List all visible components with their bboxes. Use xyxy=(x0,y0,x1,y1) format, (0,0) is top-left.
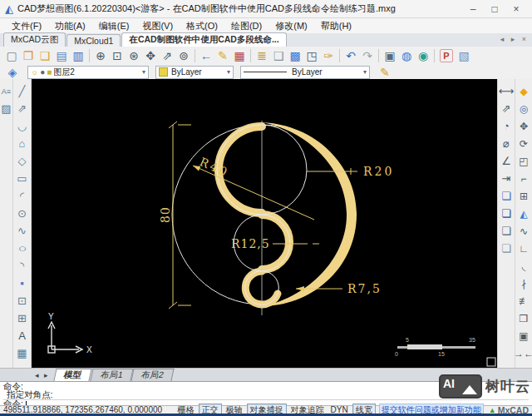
ellipse-icon[interactable]: ○ xyxy=(11,240,33,256)
open-folder-icon[interactable]: ❏ xyxy=(37,47,53,64)
layout-tab-1[interactable]: 布局1 xyxy=(90,369,133,381)
mtext-icon[interactable]: A≡ xyxy=(1,83,12,99)
layer-select[interactable]: ☼●■ 图层2 ▾ xyxy=(27,66,149,79)
circle-icon[interactable]: ⊙ xyxy=(14,206,31,221)
draworder-front-icon[interactable]: ❏ xyxy=(498,188,515,204)
insert-image-icon[interactable]: ▧ xyxy=(456,47,472,64)
dim-angular-icon[interactable]: ∠ xyxy=(498,153,515,169)
draworder-above-icon[interactable]: ❏ xyxy=(498,223,515,239)
move-icon[interactable]: ✥ xyxy=(515,118,532,134)
layer-manager-icon[interactable]: ❑ xyxy=(270,47,287,64)
dim-radius-icon[interactable]: ◔ xyxy=(498,118,515,134)
dim-diameter-icon[interactable]: ⌀ xyxy=(498,136,515,151)
minimize-button[interactable]: – xyxy=(462,3,484,15)
arc-icon[interactable]: ◡ xyxy=(14,118,31,134)
web-publish-icon[interactable]: ◍ xyxy=(398,47,415,64)
arc-continue-icon[interactable]: ◝ xyxy=(14,258,31,274)
drawing-canvas[interactable]: 80 R40 R20 R12,5 R7,5 xyxy=(32,79,497,368)
new-file-icon[interactable]: ▢ xyxy=(3,47,20,64)
save-icon[interactable]: ▤ xyxy=(53,47,70,64)
chamfer-icon[interactable]: ∟ xyxy=(515,240,532,256)
select-icon[interactable]: ◳ xyxy=(303,47,320,64)
rotate-icon[interactable]: ⟳ xyxy=(515,136,532,151)
linetype-select[interactable]: ByLayer ▾ xyxy=(240,66,370,79)
layers-stack-icon[interactable]: ◈ xyxy=(4,64,21,81)
hatch-icon[interactable]: ▨ xyxy=(1,101,12,116)
separator[interactable] xyxy=(378,49,379,62)
layout-tab-2[interactable]: 布局2 xyxy=(131,369,175,381)
break-icon[interactable]: ∤ xyxy=(515,275,532,291)
separator[interactable] xyxy=(434,49,435,62)
measure-icon[interactable]: ⇗ xyxy=(159,47,175,64)
layer-properties-icon[interactable]: ▩ xyxy=(287,47,303,64)
dim-continue-icon[interactable]: ⇥ xyxy=(498,171,515,186)
array-icon[interactable]: ⊞ xyxy=(515,188,532,204)
redo-icon[interactable]: ↷ xyxy=(359,47,376,64)
zoom-window-icon[interactable]: ⊕ xyxy=(92,47,109,64)
rectangle-icon[interactable]: ▭ xyxy=(14,171,31,186)
block-create-icon[interactable]: ⊞ xyxy=(14,310,31,326)
fillet-icon[interactable]: ◟ xyxy=(515,258,532,274)
text-icon[interactable]: A xyxy=(14,328,31,344)
draw-pencil-icon[interactable]: ✎ xyxy=(377,64,393,81)
arc-3point-icon[interactable]: ◜ xyxy=(14,188,31,204)
separator[interactable] xyxy=(89,49,90,62)
offset-icon[interactable]: ⌐ xyxy=(515,171,532,186)
undo-icon[interactable]: ↶ xyxy=(342,47,359,64)
tab-document[interactable]: 在CAD制图软件中使用CAD多段线命... xyxy=(121,32,286,47)
web-share-icon[interactable]: ◉ xyxy=(415,47,431,64)
maximize-button[interactable]: □ xyxy=(484,3,505,15)
boundary-icon[interactable]: ▣ xyxy=(515,328,532,344)
menu-view[interactable]: 视图(V) xyxy=(135,19,180,33)
line-icon[interactable]: ╱ xyxy=(14,83,31,99)
open-drawing-icon[interactable]: ❐ xyxy=(20,47,37,64)
export-pdf-icon[interactable]: P xyxy=(440,49,453,62)
menu-modify[interactable]: 修改(M) xyxy=(268,19,314,33)
layout-tab-nav[interactable]: ◂ ▸ xyxy=(35,371,50,379)
trim-icon[interactable]: ≢ xyxy=(515,293,532,309)
dim-linear-icon[interactable]: ⟷ xyxy=(498,83,515,99)
join-icon[interactable]: →← xyxy=(515,345,532,361)
close-button[interactable]: × xyxy=(505,3,527,15)
menu-draw[interactable]: 绘图(D) xyxy=(224,19,268,33)
tab-mxcad-cloud[interactable]: MxCAD云图 xyxy=(3,32,66,47)
menu-edit[interactable]: 编辑(E) xyxy=(92,19,136,33)
polygon-edit-icon[interactable]: ◇ xyxy=(14,153,31,169)
color-table-icon[interactable]: ▦ xyxy=(231,47,248,64)
zoom-extents-icon[interactable]: ⊛ xyxy=(126,47,142,64)
tab-nav-controls[interactable]: ◂ ▸ × xyxy=(500,35,529,43)
tab-mxcloud1[interactable]: MxCloud1 xyxy=(66,34,121,47)
spline-icon[interactable]: ∿ xyxy=(14,223,31,239)
block-insert-icon[interactable]: ⊡ xyxy=(14,293,31,309)
print-icon[interactable]: ▣ xyxy=(382,47,398,64)
zoom-object-icon[interactable]: ⊡ xyxy=(109,47,126,64)
box-3d-icon[interactable]: ❒ xyxy=(515,310,532,326)
menu-help[interactable]: 帮助(H) xyxy=(314,19,358,33)
spline-edit-icon[interactable]: ∿ xyxy=(515,223,532,239)
copy-icon[interactable]: ◎ xyxy=(515,101,532,116)
separator[interactable] xyxy=(195,49,195,62)
draworder-below-icon[interactable]: ❏ xyxy=(498,240,515,256)
point-icon[interactable]: ▪ xyxy=(14,275,31,291)
zoom-center-icon[interactable]: ⊚ xyxy=(175,47,192,64)
separator[interactable] xyxy=(250,49,251,62)
erase-icon[interactable]: ◆ xyxy=(515,83,532,99)
scale-icon[interactable]: ◰ xyxy=(515,153,532,169)
polygon-icon[interactable]: ⌂ xyxy=(14,136,31,151)
save-as-icon[interactable]: ▥ xyxy=(70,47,86,64)
draworder-back-icon[interactable]: ❏ xyxy=(498,206,515,221)
pan-icon[interactable]: ✥ xyxy=(142,47,159,64)
corner-grip[interactable] xyxy=(487,358,495,366)
image-insert-icon[interactable]: ▦ xyxy=(14,345,31,361)
redline-pencil-icon[interactable]: ✎ xyxy=(214,47,231,64)
separator[interactable] xyxy=(339,49,340,62)
mirror-icon[interactable]: ◭ xyxy=(515,206,532,221)
text-style-icon[interactable]: ≣ xyxy=(254,47,270,64)
color-select[interactable]: ByLayer ▾ xyxy=(155,66,234,79)
menu-function[interactable]: 功能(A) xyxy=(48,19,92,33)
dim-aligned-icon[interactable]: ⇗ xyxy=(498,101,515,116)
polyline-icon[interactable]: ⇗ xyxy=(14,101,31,116)
menu-format[interactable]: 格式(O) xyxy=(180,19,224,33)
view-back-icon[interactable]: ← xyxy=(198,47,214,64)
menu-file[interactable]: 文件(F) xyxy=(5,19,48,33)
